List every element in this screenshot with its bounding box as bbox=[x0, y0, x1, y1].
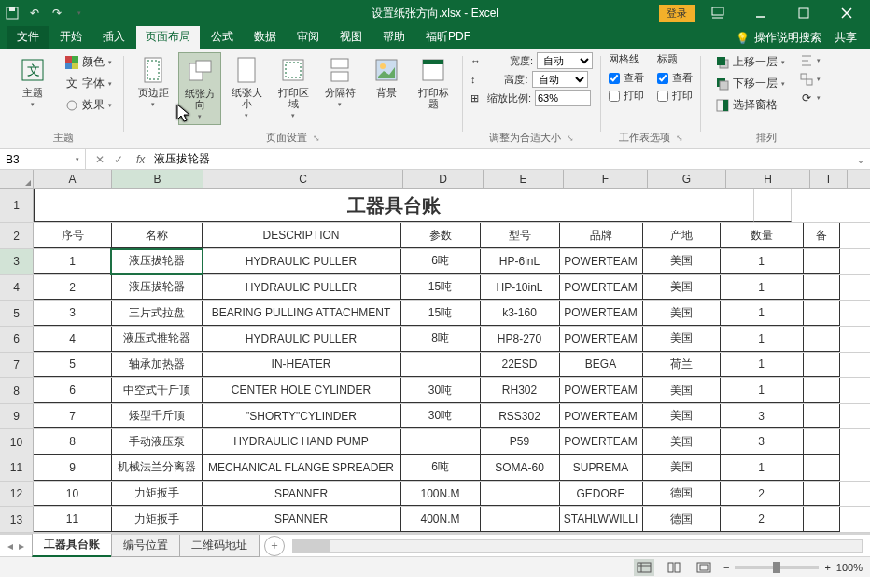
cell[interactable]: 15吨 bbox=[400, 275, 481, 301]
cell[interactable]: MECHANICAL FLANGE SPREADER bbox=[202, 455, 401, 481]
row-header[interactable]: 2 bbox=[0, 223, 34, 248]
col-header-G[interactable]: G bbox=[648, 170, 726, 188]
cell[interactable]: 液压拔轮器 bbox=[111, 275, 203, 301]
sheet-tab-3[interactable]: 二维码地址 bbox=[179, 535, 260, 557]
expand-formula-icon[interactable]: ⌄ bbox=[851, 153, 870, 166]
cell[interactable]: 1 bbox=[34, 249, 112, 274]
row-header[interactable]: 10 bbox=[0, 429, 34, 455]
cell[interactable] bbox=[803, 327, 840, 352]
print-titles-button[interactable]: 打印标题 bbox=[412, 52, 455, 113]
cell[interactable] bbox=[480, 507, 560, 532]
cell[interactable]: 5 bbox=[34, 353, 112, 378]
cell[interactable] bbox=[803, 249, 840, 274]
cell[interactable]: 机械法兰分离器 bbox=[111, 455, 203, 481]
cell[interactable]: STAHLWWILLI bbox=[559, 507, 643, 532]
cell[interactable]: 德国 bbox=[642, 507, 721, 532]
cell[interactable] bbox=[803, 301, 840, 326]
cell[interactable]: 8 bbox=[34, 429, 112, 455]
cell[interactable]: 手动液压泵 bbox=[111, 429, 203, 455]
tab-foxit[interactable]: 福昕PDF bbox=[416, 25, 480, 49]
cell[interactable] bbox=[803, 275, 840, 301]
cell[interactable]: HP-10inL bbox=[480, 275, 560, 301]
horizontal-scrollbar[interactable] bbox=[292, 539, 863, 553]
cell[interactable]: HYDRAULIC HAND PUMP bbox=[202, 429, 401, 455]
cell[interactable]: 荷兰 bbox=[642, 353, 721, 378]
cell[interactable]: 中空式千斤顶 bbox=[111, 378, 203, 403]
cell[interactable]: 产地 bbox=[642, 223, 721, 248]
row-header[interactable]: 1 bbox=[0, 189, 34, 222]
enter-formula-icon[interactable]: ✓ bbox=[114, 153, 123, 166]
row-header[interactable]: 5 bbox=[0, 301, 34, 326]
share-button[interactable]: 共享 bbox=[835, 30, 857, 46]
cell[interactable] bbox=[480, 482, 560, 507]
cell[interactable]: 美国 bbox=[642, 249, 721, 274]
cell[interactable]: 8吨 bbox=[400, 327, 481, 352]
col-header-E[interactable]: E bbox=[484, 170, 564, 188]
cell[interactable]: 10 bbox=[34, 482, 112, 507]
cell[interactable]: 15吨 bbox=[400, 301, 481, 326]
cell[interactable]: k3-160 bbox=[480, 301, 560, 326]
cell[interactable]: 2 bbox=[720, 507, 804, 532]
tab-nav-first-icon[interactable]: ◂ bbox=[7, 539, 13, 553]
login-button[interactable]: 登录 bbox=[659, 5, 695, 22]
cell[interactable]: POWERTEAM bbox=[559, 378, 643, 403]
cell[interactable]: 矮型千斤顶 bbox=[111, 404, 203, 429]
close-button[interactable] bbox=[827, 0, 866, 26]
cell[interactable]: POWERTEAM bbox=[559, 275, 643, 301]
scale-input[interactable] bbox=[535, 90, 591, 106]
cell[interactable]: POWERTEAM bbox=[559, 327, 643, 352]
cell[interactable]: 9 bbox=[34, 455, 112, 481]
cell[interactable]: 11 bbox=[34, 507, 112, 532]
cell[interactable]: 力矩扳手 bbox=[111, 507, 203, 532]
cell[interactable]: HYDRAULIC PULLER bbox=[202, 249, 401, 274]
cell[interactable]: POWERTEAM bbox=[559, 429, 643, 455]
cell[interactable]: RSS302 bbox=[480, 404, 560, 429]
gridlines-view-checkbox[interactable]: 查看 bbox=[609, 70, 644, 86]
align-button[interactable]: ▾ bbox=[796, 52, 824, 69]
cell[interactable]: 美国 bbox=[642, 429, 721, 455]
cell[interactable]: 液压式推轮器 bbox=[111, 327, 203, 352]
headings-print-checkbox[interactable]: 打印 bbox=[657, 88, 693, 104]
cell[interactable]: 美国 bbox=[642, 301, 721, 326]
cell[interactable]: 1 bbox=[720, 353, 804, 378]
tell-me-search[interactable]: 💡操作说明搜索 bbox=[736, 30, 821, 46]
orientation-button[interactable]: 纸张方向▾ bbox=[178, 52, 221, 125]
col-header-A[interactable]: A bbox=[34, 170, 112, 188]
cell[interactable]: 2 bbox=[34, 275, 112, 301]
zoom-out-button[interactable]: − bbox=[723, 562, 729, 573]
cell[interactable]: 品牌 bbox=[559, 223, 643, 248]
cell[interactable]: POWERTEAM bbox=[559, 404, 643, 429]
cell[interactable]: 3 bbox=[720, 429, 804, 455]
selection-pane-button[interactable]: 选择窗格 bbox=[712, 95, 789, 115]
add-sheet-button[interactable]: ＋ bbox=[264, 536, 285, 556]
tab-data[interactable]: 数据 bbox=[245, 25, 286, 49]
cell[interactable]: 2 bbox=[720, 482, 804, 507]
name-box-input[interactable] bbox=[6, 153, 62, 166]
zoom-slider[interactable] bbox=[735, 566, 819, 569]
cell[interactable]: 30吨 bbox=[400, 404, 481, 429]
cell[interactable] bbox=[754, 189, 792, 222]
page-setup-launcher[interactable]: ⤡ bbox=[313, 133, 320, 143]
cell[interactable]: 1 bbox=[720, 275, 804, 301]
row-header[interactable]: 4 bbox=[0, 275, 34, 301]
tab-review[interactable]: 审阅 bbox=[288, 25, 329, 49]
minimize-button[interactable] bbox=[741, 0, 780, 26]
redo-icon[interactable]: ↷ bbox=[49, 5, 65, 21]
tab-page-layout[interactable]: 页面布局 bbox=[136, 25, 200, 49]
tab-file[interactable]: 文件 bbox=[7, 25, 49, 49]
col-header-H[interactable]: H bbox=[726, 170, 810, 188]
tab-home[interactable]: 开始 bbox=[50, 25, 91, 49]
cell[interactable]: "SHORTY"CYLINDER bbox=[202, 404, 401, 429]
tab-view[interactable]: 视图 bbox=[330, 25, 372, 49]
colors-button[interactable]: 颜色▾ bbox=[62, 52, 116, 72]
cell[interactable]: 数量 bbox=[720, 223, 804, 248]
row-header[interactable]: 8 bbox=[0, 378, 34, 403]
cell[interactable]: DESCRIPTION bbox=[202, 223, 401, 248]
cell[interactable] bbox=[400, 429, 481, 455]
cell[interactable] bbox=[400, 353, 481, 378]
cancel-formula-icon[interactable]: ✕ bbox=[95, 153, 105, 166]
maximize-button[interactable] bbox=[784, 0, 823, 26]
cell[interactable]: 100N.M bbox=[400, 482, 481, 507]
undo-icon[interactable]: ↶ bbox=[26, 5, 43, 21]
row-header[interactable]: 6 bbox=[0, 327, 34, 352]
